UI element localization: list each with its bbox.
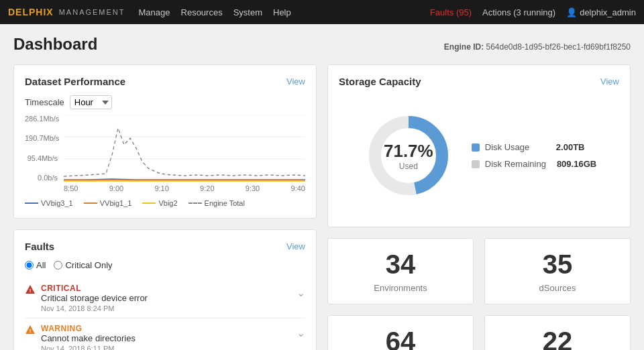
xaxis-label-4: 9:30 [246, 184, 260, 192]
storage-view-link[interactable]: View [600, 76, 619, 86]
yaxis-label-0: 286.1Mb/s [25, 115, 62, 123]
storage-legend-value-0: 2.00TB [556, 142, 585, 152]
stat-label-0: Environments [374, 283, 427, 293]
xaxis-label-5: 9:40 [291, 184, 305, 192]
chart-plot [64, 115, 305, 182]
stat-card-3: 22 vFiles [484, 315, 631, 350]
donut-label: Used [384, 162, 433, 171]
storage-dot-0 [472, 143, 480, 152]
brand-delphix: DELPHIX [8, 7, 54, 17]
chart-legend: VVbig3_1 VVbig1_1 Vbig2 Engine Total [25, 199, 305, 207]
warning-icon-1: ! [25, 325, 36, 335]
faults-view-link[interactable]: View [286, 241, 305, 251]
storage-legend-item-1: Disk Remaining 809.16GB [472, 159, 596, 169]
filter-critical-radio[interactable] [54, 261, 62, 270]
filter-critical-text: Critical Only [65, 260, 112, 270]
dataset-view-link[interactable]: View [286, 76, 305, 86]
fault-item-0: ! CRITICAL Critical storage device error… [25, 278, 305, 318]
xaxis-label-0: 8:50 [64, 184, 78, 192]
fault-severity-1: WARNING [41, 324, 136, 333]
fault-body-1: WARNING Cannot make directories Nov 14, … [41, 324, 136, 350]
fault-time-1: Nov 14, 2018 6:11 PM [41, 345, 136, 350]
legend-line-2 [142, 202, 156, 204]
engine-id: Engine ID: 564de0d8-1d95-bf26-bec1-fd69b… [444, 42, 631, 52]
stat-label-1: dSources [539, 283, 576, 293]
svg-text:!: ! [30, 328, 32, 334]
stats-grid: 34 Environments 35 dSources 64 VDBs 22 v… [327, 238, 631, 350]
brand-mgmt: MANAGEMENT [59, 8, 125, 16]
legend-label-1: VVbig1_1 [100, 199, 132, 207]
main-grid: Dataset Performance View Timescale Hour … [13, 64, 631, 350]
faults-badge[interactable]: Faults (95) [430, 7, 472, 17]
storage-legend-value-1: 809.16GB [557, 159, 596, 169]
fault-time-0: Nov 14, 2018 8:24 PM [41, 304, 148, 312]
page-content: Dashboard Engine ID: 564de0d8-1d95-bf26-… [0, 24, 644, 350]
fault-severity-0: CRITICAL [41, 284, 148, 293]
fault-chevron-1[interactable]: ⌄ [297, 327, 305, 339]
filter-critical-label[interactable]: Critical Only [54, 260, 112, 270]
stat-number-0: 34 [386, 249, 416, 279]
storage-title: Storage Capacity [339, 76, 421, 87]
faults-card-header: Faults View [25, 241, 305, 252]
chart-area: 286.1Mb/s 190.7Mb/s 95.4Mb/s 0.0b/s [25, 115, 305, 195]
left-col: Dataset Performance View Timescale Hour … [13, 64, 317, 350]
faults-filter-group: All Critical Only [25, 260, 305, 270]
dataset-performance-card: Dataset Performance View Timescale Hour … [13, 64, 317, 219]
nav-resources[interactable]: Resources [181, 7, 223, 17]
stat-card-0: 34 Environments [327, 238, 474, 304]
stat-number-2: 64 [386, 327, 416, 350]
nav-links: Manage Resources System Help [139, 7, 417, 17]
stat-number-3: 22 [543, 327, 573, 350]
yaxis-label-2: 95.4Mb/s [25, 154, 62, 162]
storage-card: Storage Capacity View [327, 64, 631, 227]
svg-text:!: ! [30, 288, 32, 294]
fault-message-1: Cannot make directories [41, 333, 136, 343]
timescale-select[interactable]: Hour Day Week Month [70, 95, 112, 109]
storage-legend-item-0: Disk Usage 2.00TB [472, 142, 596, 152]
donut-container: 71.7% Used [362, 109, 455, 202]
dataset-title: Dataset Performance [25, 76, 125, 87]
storage-content: 71.7% Used Disk Usage 2.00TB [339, 95, 619, 216]
legend-item-0: VVbig3_1 [25, 199, 73, 207]
legend-item-3: Engine Total [189, 199, 245, 207]
legend-label-2: Vbig2 [158, 199, 177, 207]
nav-help[interactable]: Help [273, 7, 291, 17]
engine-id-label: Engine ID: [444, 42, 484, 52]
timescale-label: Timescale [25, 97, 64, 107]
page-header: Dashboard Engine ID: 564de0d8-1d95-bf26-… [13, 35, 631, 54]
donut-percent: 71.7% [384, 141, 433, 162]
storage-legend-label-1: Disk Remaining [485, 159, 546, 169]
storage-legend-label-0: Disk Usage [485, 142, 545, 152]
legend-label-3: Engine Total [205, 199, 245, 207]
xaxis-label-3: 9:20 [200, 184, 214, 192]
legend-line-3 [189, 202, 202, 204]
chart-yaxis: 286.1Mb/s 190.7Mb/s 95.4Mb/s 0.0b/s [25, 115, 62, 182]
right-col: Storage Capacity View [327, 64, 631, 350]
xaxis-label-1: 9:00 [109, 184, 123, 192]
critical-icon-0: ! [25, 284, 36, 295]
yaxis-label-1: 190.7Mb/s [25, 134, 62, 142]
stat-number-1: 35 [543, 249, 573, 279]
nav-manage[interactable]: Manage [139, 7, 170, 17]
legend-item-2: Vbig2 [142, 199, 177, 207]
donut-center: 71.7% Used [384, 141, 433, 171]
actions-text: Actions (3 running) [482, 7, 555, 17]
storage-card-header: Storage Capacity View [339, 76, 619, 87]
fault-body-0: CRITICAL Critical storage device error N… [41, 284, 148, 312]
legend-line-0 [25, 202, 38, 204]
filter-all-radio[interactable] [25, 261, 34, 270]
stat-card-1: 35 dSources [484, 238, 631, 304]
fault-chevron-0[interactable]: ⌄ [297, 286, 305, 299]
filter-all-label[interactable]: All [25, 260, 46, 270]
legend-line-1 [84, 202, 97, 204]
filter-all-text: All [36, 260, 46, 270]
faults-card: Faults View All Critical Only [13, 229, 317, 350]
storage-dot-1 [472, 160, 480, 168]
user-icon: 👤 [566, 7, 577, 17]
top-nav: DELPHIX MANAGEMENT Manage Resources Syst… [0, 0, 644, 24]
user-info: 👤 delphix_admin [566, 7, 636, 17]
nav-system[interactable]: System [233, 7, 262, 17]
engine-id-value: 564de0d8-1d95-bf26-bec1-fd69bf1f8250 [486, 42, 631, 52]
brand: DELPHIX MANAGEMENT [8, 7, 125, 17]
user-label: delphix_admin [580, 7, 636, 17]
